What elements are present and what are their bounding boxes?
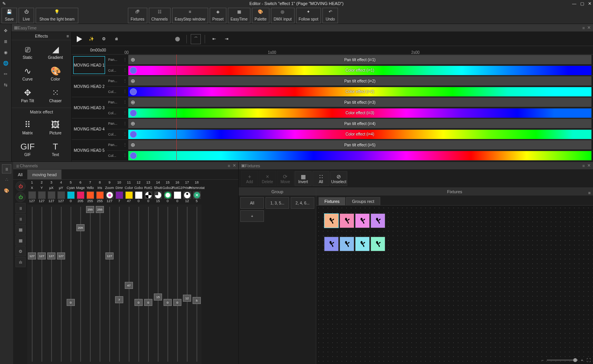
pantilt-clip[interactable]: Pan tilt effect (i=2) [128,76,591,86]
fixtures-area-menu-icon[interactable]: ≡ [588,189,591,197]
tool-layers-icon[interactable]: ≣ [2,37,10,46]
channel-fader[interactable]: 12 [182,204,192,364]
palette-button[interactable]: 🎨Palette [252,8,269,23]
easytime-button[interactable]: ▦EasyTime [228,8,250,23]
color-clip[interactable]: Color effect (i=3) [128,108,591,118]
easytime-menu-icon[interactable]: ≡ [583,26,585,30]
tool-swap-icon[interactable]: ⇆ [2,81,10,89]
zoom-out-icon[interactable]: − [541,358,543,362]
snap-button[interactable]: ⌒ [191,34,201,44]
group-button[interactable]: 1, 3, 5... [265,197,289,209]
group-button[interactable]: 2, 4, 6... [291,197,314,209]
effects-menu-icon[interactable]: ≡ [67,34,69,38]
tool-move-icon[interactable]: ✥ [2,26,10,35]
channel-fader[interactable]: 5 [192,204,202,364]
channel-type-icon[interactable] [115,191,123,199]
channel-type-icon[interactable] [183,191,191,199]
fixtures-button[interactable]: 🗗Fixtures [128,8,147,23]
fixtures-menu-icon[interactable]: ≡ [583,163,585,168]
effect-picture[interactable]: 🖼Picture [42,117,69,138]
align-left-button[interactable]: ⇤ [209,34,219,44]
fixtures-unsel-button[interactable]: ⊘Unselect [330,171,347,186]
channel-type-icon[interactable]: ✕ [193,191,201,199]
fixtures-close-icon[interactable]: ✕ [587,163,591,168]
track-link-icon[interactable]: ⋮ [121,100,128,105]
channel-type-icon[interactable] [77,191,84,199]
easystep-button[interactable]: ≡EasyStep window [172,8,208,23]
effect-gif[interactable]: GIFGIF [14,139,41,160]
pantilt-clip[interactable]: Pan tilt effect (i=4) [128,119,591,128]
fixture-track-label[interactable]: MOVING HEAD 3 [73,99,105,117]
fixture-track-label[interactable]: MOVING HEAD 4 [73,120,105,138]
add-group-button[interactable]: + [240,210,264,222]
channel-type-icon[interactable] [125,191,133,199]
channel-fader[interactable]: 15 [153,204,163,364]
effect-curve[interactable]: ∿Curve [14,64,41,84]
color-clip[interactable]: Color effect (i=1) [128,66,591,75]
ch-faders2-icon[interactable]: ⫼ [16,214,26,224]
easytime-close-icon[interactable]: ✕ [587,25,591,30]
track-link-icon[interactable]: ⋮ [121,143,128,148]
channel-type-icon[interactable] [135,191,143,199]
ch-grid2-icon[interactable]: ▦ [16,235,26,246]
effect-chaser[interactable]: ⁙Chaser [42,85,69,106]
fixture-track-label[interactable]: MOVING HEAD 5 [73,141,105,159]
channel-fader[interactable]: 127 [47,204,56,364]
color-clip[interactable]: Color effect (i=4) [128,130,591,139]
channel-fader[interactable]: 0 [66,204,76,364]
effect-color[interactable]: 🎨Color [42,64,69,84]
fixtures-tab[interactable]: Groups rect [346,197,380,205]
track-link-icon[interactable]: ⋮ [121,153,128,158]
align-right-button[interactable]: ⇥ [221,34,231,44]
play-button[interactable] [74,34,84,44]
ch-mode-faders-icon[interactable]: ⫼ [2,164,11,173]
channel-type-icon[interactable] [67,191,75,199]
tool-globe-icon[interactable]: 🌐 [2,59,10,67]
fixtures-tab[interactable]: Fixtures [319,197,345,205]
live-button[interactable]: ⏻Live [19,8,34,23]
channel-fader[interactable]: 0 [172,204,182,364]
fixture-track-label[interactable]: MOVING HEAD 1 [73,56,105,74]
channel-type-icon[interactable] [96,191,104,199]
channel-fader[interactable]: 127 [105,204,114,364]
zoom-in-icon[interactable]: + [581,358,583,362]
channel-tab[interactable]: All [13,170,28,179]
channel-type-icon[interactable] [86,191,94,199]
channel-fader[interactable]: 127 [27,204,37,364]
channel-type-icon[interactable] [106,191,114,199]
channel-fader[interactable]: 255 [85,204,95,364]
effect-gradient[interactable]: ◢Gradient [42,42,69,63]
channel-tab[interactable]: moving head [28,170,62,179]
track-link-icon[interactable]: ⋮ [121,57,128,62]
channels-close-icon[interactable]: ✕ [233,163,236,168]
fixture-track-label[interactable]: MOVING HEAD 2 [73,77,105,95]
ch-power-b-icon[interactable]: ⏻ [16,192,26,202]
close-button[interactable]: ✕ [588,1,591,6]
track-link-icon[interactable]: ⋮ [121,89,128,94]
channel-type-icon[interactable] [145,191,152,199]
settings-button[interactable]: ⚙ [99,34,109,44]
fixture-item[interactable] [324,213,339,228]
track-link-icon[interactable]: ⋮ [121,132,128,137]
ch-grid-icon[interactable]: ▦ [16,225,26,235]
track-link-icon[interactable]: ⋮ [121,79,128,84]
channel-type-icon[interactable] [48,191,55,199]
channel-fader[interactable]: 0 [134,204,143,364]
fixture-item[interactable] [340,237,354,251]
record-button[interactable] [172,34,183,44]
channels-menu-icon[interactable]: ≡ [228,163,230,168]
channel-type-icon[interactable] [57,191,65,199]
show-beam-button[interactable]: 💡Show the light beam [36,8,78,23]
ch-power-a-icon[interactable]: ⏻ [16,181,26,191]
fixture-item[interactable] [355,237,370,251]
fixture-item[interactable] [371,213,385,228]
save-button[interactable]: 💾Save [2,8,17,23]
channel-fader[interactable]: 205 [76,204,85,364]
zoom-control[interactable]: − + ⛶ [541,358,591,362]
effect-static[interactable]: ⎚Static [14,42,41,63]
tool-brush-icon[interactable]: ✏ [2,70,10,78]
ch-mode-dots-icon[interactable]: ∴ [2,175,11,184]
ch-settings-icon[interactable]: ⚙ [16,246,26,256]
dmx-input-button[interactable]: ◎DMX input [271,8,295,23]
channel-fader[interactable]: 0 [143,204,153,364]
